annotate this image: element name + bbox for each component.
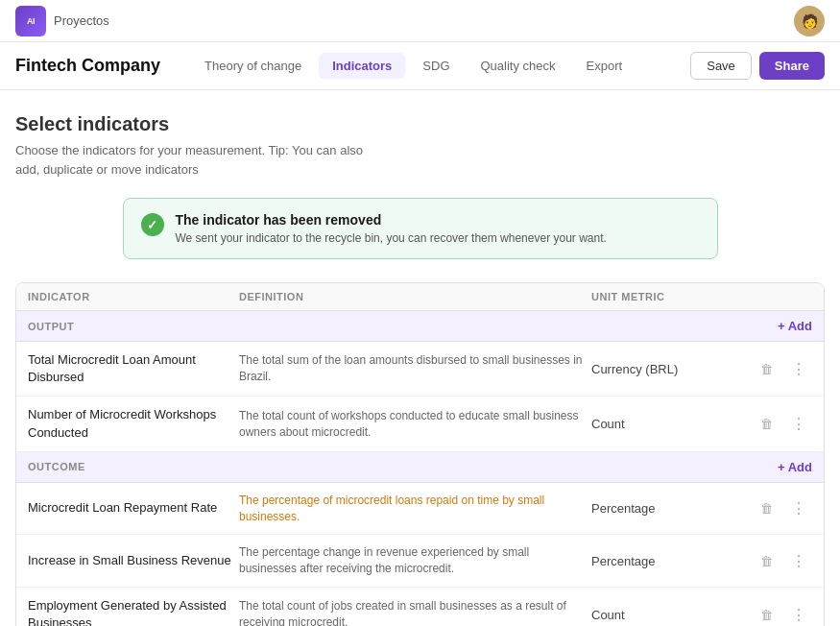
definition-text: The total count of jobs created in small… <box>239 598 591 626</box>
logo-area: AI Proyectos <box>15 6 109 36</box>
delete-button[interactable] <box>753 547 780 574</box>
avatar[interactable]: 🧑 <box>794 6 825 36</box>
header-actions: Save Share <box>690 52 825 80</box>
more-button[interactable] <box>785 547 812 574</box>
trash-icon <box>760 417 773 431</box>
banner-text: The indicator has been removed We sent y… <box>176 212 607 245</box>
delete-button[interactable] <box>753 495 780 522</box>
tab-sdg[interactable]: SDG <box>409 53 463 79</box>
indicator-name: Number of Microcredit Workshops Conducte… <box>28 406 239 441</box>
save-button[interactable]: Save <box>690 52 752 80</box>
indicator-name: Microcredit Loan Repayment Rate <box>28 499 239 517</box>
more-icon <box>791 552 806 570</box>
table-row: Employment Generated by Assisted Busines… <box>16 588 824 626</box>
table-header: INDICATOR DEFINITION UNIT METRIC <box>16 283 824 311</box>
table-row: Total Microcredit Loan Amount Disbursed … <box>16 342 824 397</box>
trash-icon <box>760 362 773 376</box>
table-row: Microcredit Loan Repayment Rate The perc… <box>16 483 824 536</box>
content-area: Select indicators Choose the indicators … <box>0 90 840 626</box>
col-unit: UNIT METRIC <box>591 291 745 302</box>
indicator-name: Employment Generated by Assisted Busines… <box>28 597 239 626</box>
row-actions <box>753 601 812 626</box>
logo-icon: AI <box>15 6 46 36</box>
unit-metric: Count <box>591 608 745 622</box>
group-label-output: OUTPUT <box>28 321 239 332</box>
group-outcome: OUTCOME + Add <box>16 452 824 483</box>
definition-text: The percentage of microcredit loans repa… <box>239 493 591 525</box>
unit-metric: Percentage <box>591 501 745 516</box>
trash-icon <box>760 608 773 622</box>
more-icon <box>791 360 806 378</box>
definition-text: The total count of workshops conducted t… <box>239 408 591 441</box>
unit-metric: Count <box>591 417 745 431</box>
indicator-name: Total Microcredit Loan Amount Disbursed <box>28 351 239 386</box>
banner-desc: We sent your indicator to the recycle bi… <box>176 231 607 245</box>
share-button[interactable]: Share <box>759 52 825 80</box>
unit-metric: Currency (BRL) <box>591 362 745 376</box>
section-desc: Choose the indicators for your measureme… <box>15 141 825 179</box>
row-actions <box>753 495 812 522</box>
table-row: Number of Microcredit Workshops Conducte… <box>16 397 824 451</box>
top-nav: AI Proyectos 🧑 <box>0 0 840 42</box>
indicator-name: Increase in Small Business Revenue <box>28 552 239 569</box>
add-outcome-button[interactable]: + Add <box>778 460 812 474</box>
definition-text: The total sum of the loan amounts disbur… <box>239 352 591 385</box>
banner-title: The indicator has been removed <box>176 212 607 228</box>
group-label-outcome: OUTCOME <box>28 461 239 472</box>
definition-text: The percentage change in revenue experie… <box>239 544 591 577</box>
more-button[interactable] <box>785 601 812 626</box>
nav-tabs: Theory of change Indicators SDG Quality … <box>191 53 636 79</box>
page-title: Fintech Company <box>15 56 160 76</box>
tab-quality-check[interactable]: Quality check <box>468 53 569 79</box>
more-button[interactable] <box>785 411 812 438</box>
more-button[interactable] <box>785 495 812 522</box>
more-icon <box>791 606 806 624</box>
indicators-table: INDICATOR DEFINITION UNIT METRIC OUTPUT … <box>15 282 825 626</box>
tab-indicators[interactable]: Indicators <box>319 53 405 79</box>
unit-metric: Percentage <box>591 554 745 568</box>
group-output: OUTPUT + Add <box>16 311 824 342</box>
col-definition: DEFINITION <box>239 291 591 302</box>
page-header: Fintech Company Theory of change Indicat… <box>0 42 840 90</box>
more-icon <box>791 499 806 518</box>
trash-icon <box>760 501 773 516</box>
more-button[interactable] <box>785 355 812 382</box>
delete-button[interactable] <box>753 411 780 438</box>
row-actions <box>753 355 812 382</box>
delete-button[interactable] <box>753 601 780 626</box>
tab-theory-of-change[interactable]: Theory of change <box>191 53 315 79</box>
removal-banner: The indicator has been removed We sent y… <box>123 198 718 259</box>
trash-icon <box>760 554 773 568</box>
table-row: Increase in Small Business Revenue The p… <box>16 535 824 588</box>
more-icon <box>791 415 806 433</box>
section-title: Select indicators <box>15 113 825 135</box>
proyectos-link[interactable]: Proyectos <box>54 13 109 28</box>
success-icon <box>141 213 164 236</box>
col-indicator: INDICATOR <box>28 291 239 302</box>
add-output-button[interactable]: + Add <box>778 319 812 333</box>
row-actions <box>753 547 812 574</box>
tab-export[interactable]: Export <box>573 53 636 79</box>
delete-button[interactable] <box>753 355 780 382</box>
row-actions <box>753 411 812 438</box>
